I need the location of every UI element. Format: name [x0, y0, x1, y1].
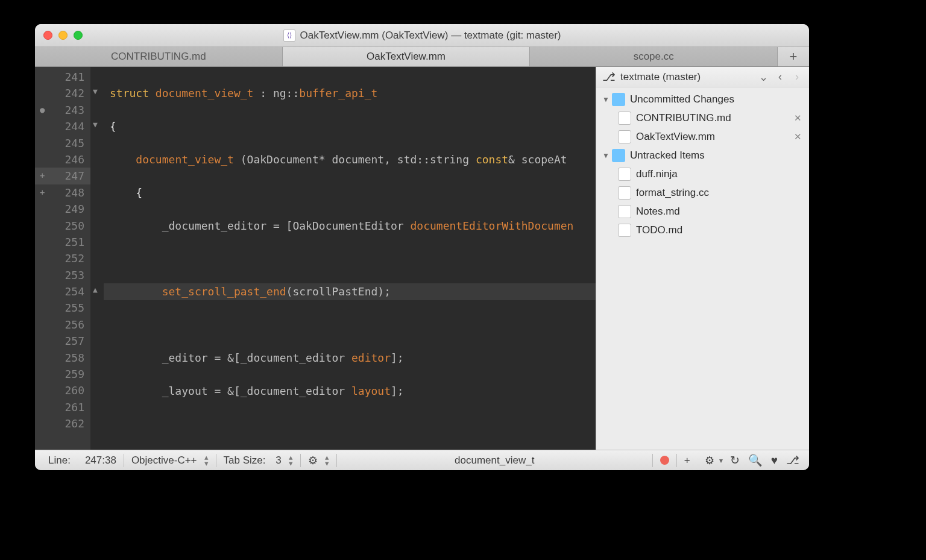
code-area[interactable]: struct document_view_t : ng::buffer_api_…	[104, 67, 596, 450]
scm-file-duff[interactable]: duff.ninja	[596, 165, 809, 183]
fold-open-icon: ▼	[90, 83, 104, 99]
scm-sidebar: ⎇ textmate (master) ⌄ ‹ › ▼ Uncommitted …	[596, 67, 809, 450]
file-icon	[618, 186, 631, 200]
traffic-lights	[43, 31, 83, 40]
status-settings-gear[interactable]: ⚙ ▾	[698, 450, 730, 470]
favorite-icon[interactable]: ♥	[771, 454, 778, 467]
window-title: ⟨⟩ OakTextView.mm (OakTextView) — textma…	[35, 30, 809, 42]
chevron-down-icon: ▾	[719, 456, 723, 465]
status-right-icons: ↻ 🔍 ♥ ⎇	[730, 453, 803, 467]
main-area: 241 242 ●243 244 245 246 +247 +248 249 2…	[35, 67, 809, 450]
discard-icon[interactable]: ✕	[792, 113, 804, 124]
tab-bar: CONTRIBUTING.md OakTextView.mm scope.cc …	[35, 47, 809, 67]
status-tab-size[interactable]: Tab Size: 3 ▴▾	[216, 450, 300, 470]
scm-tree: ▼ Uncommitted Changes CONTRIBUTING.md ✕ …	[596, 87, 809, 242]
diff-add-icon: +	[40, 184, 45, 201]
status-recording[interactable]	[653, 450, 676, 470]
plus-icon: +	[684, 455, 690, 467]
chevron-down-icon[interactable]: ⌄	[755, 71, 772, 84]
status-bundle-gear[interactable]: ⚙ ▴▾	[301, 450, 336, 470]
title-bar: ⟨⟩ OakTextView.mm (OakTextView) — textma…	[35, 24, 809, 47]
gutter[interactable]: 241 242 ●243 244 245 246 +247 +248 249 2…	[35, 67, 90, 450]
nav-forward-icon[interactable]: ›	[789, 71, 805, 83]
fold-open-icon: ▼	[90, 116, 104, 133]
status-line-label: Line:	[41, 450, 78, 470]
nav-back-icon[interactable]: ‹	[772, 71, 789, 83]
file-icon	[618, 224, 631, 237]
fold-column[interactable]: ▼ ▼ ▲	[90, 67, 104, 450]
git-branch-icon: ⎇	[602, 70, 616, 84]
folder-icon	[612, 149, 625, 162]
record-icon	[660, 456, 669, 465]
tab-oaktextview[interactable]: OakTextView.mm	[283, 47, 531, 66]
scm-file-formatstring[interactable]: format_string.cc	[596, 183, 809, 202]
select-arrows-icon: ▴▾	[325, 455, 329, 466]
scm-header[interactable]: ⎇ textmate (master) ⌄ ‹ ›	[596, 67, 809, 87]
app-window: ⟨⟩ OakTextView.mm (OakTextView) — textma…	[35, 24, 809, 470]
scm-icon[interactable]: ⎇	[786, 453, 799, 467]
code-editor[interactable]: 241 242 ●243 244 245 246 +247 +248 249 2…	[35, 67, 596, 450]
scm-repo-label: textmate (master)	[620, 71, 701, 83]
window-zoom-button[interactable]	[74, 31, 83, 40]
file-icon	[618, 130, 631, 143]
status-bar: Line: 247:38 Objective-C++ ▴▾ Tab Size: …	[35, 450, 809, 470]
reload-icon[interactable]: ↻	[730, 453, 740, 467]
status-symbol-select[interactable]: document_view_t	[337, 450, 652, 470]
status-line-position[interactable]: 247:38	[78, 450, 124, 470]
select-arrows-icon: ▴▾	[204, 455, 209, 466]
scm-file-notes[interactable]: Notes.md	[596, 202, 809, 221]
tab-add-button[interactable]: +	[778, 47, 809, 66]
file-icon	[618, 112, 631, 125]
select-arrows-icon: ▴▾	[289, 455, 293, 466]
scm-group-uncommitted[interactable]: ▼ Uncommitted Changes	[596, 90, 809, 109]
gear-icon: ⚙	[705, 454, 714, 467]
fold-close-icon: ▲	[90, 282, 104, 298]
bookmark-icon: ●	[40, 102, 45, 118]
disclosure-triangle-icon[interactable]: ▼	[602, 151, 612, 160]
discard-icon[interactable]: ✕	[792, 131, 804, 142]
folder-icon	[612, 93, 625, 106]
window-title-text: OakTextView.mm (OakTextView) — textmate …	[300, 30, 561, 42]
search-icon[interactable]: 🔍	[748, 453, 763, 467]
diff-add-icon: +	[40, 168, 45, 184]
disclosure-triangle-icon[interactable]: ▼	[602, 95, 612, 104]
status-add-button[interactable]: +	[677, 450, 698, 470]
file-icon	[618, 205, 631, 218]
status-language-select[interactable]: Objective-C++ ▴▾	[124, 450, 216, 470]
tab-contributing[interactable]: CONTRIBUTING.md	[35, 47, 283, 66]
scm-file-contributing[interactable]: CONTRIBUTING.md ✕	[596, 109, 809, 127]
window-close-button[interactable]	[43, 31, 52, 40]
scm-file-todo[interactable]: TODO.md	[596, 221, 809, 239]
file-icon	[618, 168, 631, 181]
tab-scope[interactable]: scope.cc	[530, 47, 778, 66]
window-minimize-button[interactable]	[58, 31, 68, 40]
gear-icon: ⚙	[308, 454, 318, 467]
file-icon: ⟨⟩	[283, 30, 295, 42]
scm-file-oaktextview[interactable]: OakTextView.mm ✕	[596, 127, 809, 146]
scm-group-untracked[interactable]: ▼ Untracked Items	[596, 146, 809, 165]
